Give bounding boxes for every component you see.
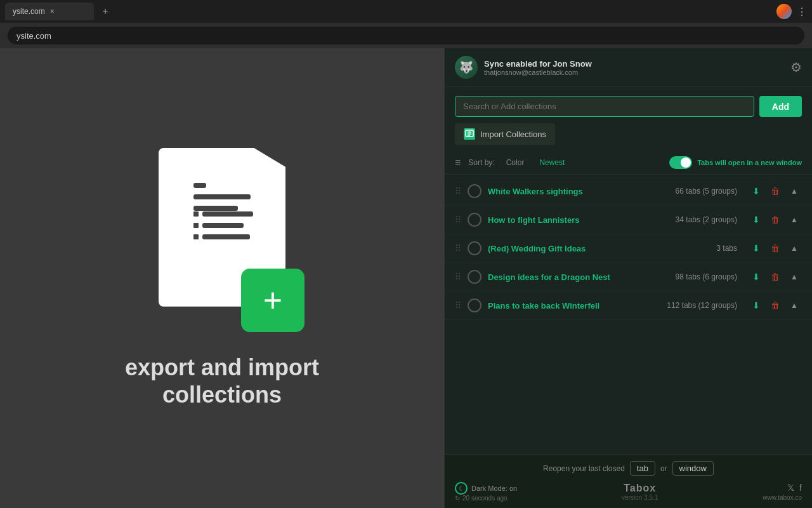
- collection-count: 34 tabs (2 groups): [676, 215, 737, 224]
- new-window-toggle[interactable]: [669, 156, 692, 169]
- delete-button[interactable]: 🗑: [768, 184, 783, 199]
- collection-name: White Walkers sightings: [488, 187, 669, 196]
- sync-time-text: 20 seconds ago: [462, 495, 508, 502]
- active-tab[interactable]: ysite.com ×: [5, 3, 94, 20]
- collection-circle: [468, 184, 481, 198]
- collection-actions: ⬇ 🗑 ▲: [749, 212, 802, 227]
- reopen-label: Reopen your last closed: [543, 464, 625, 473]
- sort-bar: ≡ Sort by: Color Newest Tabs will open i…: [445, 151, 812, 175]
- collection-count: 66 tabs (5 groups): [676, 187, 737, 196]
- search-row: Add: [455, 96, 802, 117]
- collection-item[interactable]: ⠿ (Red) Wedding Gift Ideas 3 tabs ⬇ 🗑 ▲: [445, 234, 812, 263]
- social-url: www.tabox.co: [763, 494, 802, 501]
- reopen-window-button[interactable]: window: [672, 461, 714, 476]
- collection-item[interactable]: ⠿ Design ideas for a Dragon Nest 98 tabs…: [445, 263, 812, 291]
- toggle-label: Tabs will open in a new window: [697, 159, 802, 166]
- left-panel: + export and import collections: [0, 48, 444, 508]
- toggle-highlight: new window: [761, 159, 802, 166]
- dark-mode-row: ☾ Dark Mode: on: [455, 482, 517, 495]
- collection-circle: [468, 241, 481, 255]
- expand-button[interactable]: ▲: [787, 184, 802, 199]
- download-button[interactable]: ⬇: [749, 241, 764, 256]
- doc-list-item: [193, 223, 253, 228]
- tabox-branding: Tabox version 3.5.1: [622, 483, 658, 501]
- social-links: 𝕏 f www.tabox.co: [763, 483, 802, 501]
- collection-actions: ⬇ 🗑 ▲: [749, 298, 802, 313]
- browser-avatar: [776, 4, 792, 19]
- collection-circle: [468, 270, 481, 284]
- doc-list-bullet: [193, 223, 199, 228]
- collection-count: 98 tabs (6 groups): [676, 272, 737, 281]
- sync-title: Sync enabled for Jon Snow: [484, 59, 592, 69]
- doc-list-line: [202, 223, 244, 228]
- doc-list-line: [202, 234, 250, 239]
- doc-line-long-1: [193, 194, 251, 199]
- expand-button[interactable]: ▲: [787, 298, 802, 313]
- search-area: Add Import Collections: [445, 87, 812, 151]
- twitter-icon[interactable]: 𝕏: [787, 483, 794, 493]
- toggle-knob: [681, 157, 691, 168]
- sync-email: thatjonsnow@castleblack.com: [484, 69, 592, 76]
- doc-line-medium-1: [193, 206, 238, 211]
- address-bar-row: ysite.com: [0, 23, 812, 48]
- sort-newest-option[interactable]: Newest: [535, 157, 568, 168]
- collection-item[interactable]: ⠿ White Walkers sightings 66 tabs (5 gro…: [445, 177, 812, 206]
- doc-list-bullet: [193, 234, 199, 239]
- avatar-emoji: 🐺: [459, 60, 473, 74]
- expand-button[interactable]: ▲: [787, 212, 802, 227]
- plus-badge: +: [241, 269, 304, 332]
- collection-actions: ⬇ 🗑 ▲: [749, 241, 802, 256]
- collection-count: 112 tabs (12 groups): [667, 301, 737, 310]
- or-label: or: [660, 464, 667, 473]
- sync-time: ↻ 20 seconds ago: [455, 495, 517, 502]
- expand-button[interactable]: ▲: [787, 241, 802, 256]
- download-button[interactable]: ⬇: [749, 212, 764, 227]
- address-bar[interactable]: ysite.com: [8, 27, 804, 44]
- delete-button[interactable]: 🗑: [768, 212, 783, 227]
- dark-mode-label: Dark Mode: on: [471, 485, 517, 492]
- delete-button[interactable]: 🗑: [768, 241, 783, 256]
- expand-button[interactable]: ▲: [787, 269, 802, 284]
- left-illustration-text: export and import collections: [125, 354, 319, 408]
- extension-header: 🐺 Sync enabled for Jon Snow thatjonsnow@…: [445, 48, 812, 87]
- add-button[interactable]: Add: [759, 96, 802, 117]
- doc-list: [193, 211, 253, 239]
- sort-label: Sort by:: [468, 158, 494, 167]
- delete-button[interactable]: 🗑: [768, 269, 783, 284]
- collection-actions: ⬇ 🗑 ▲: [749, 184, 802, 199]
- search-input[interactable]: [455, 96, 754, 117]
- reopen-tab-button[interactable]: tab: [630, 461, 655, 476]
- browser-controls: ⋮: [776, 4, 807, 19]
- import-label: Import Collections: [480, 130, 546, 139]
- drag-handle: ⠿: [455, 215, 461, 225]
- collection-item[interactable]: ⠿ Plans to take back Winterfell 112 tabs…: [445, 291, 812, 320]
- tabox-name: Tabox: [622, 483, 658, 494]
- delete-button[interactable]: 🗑: [768, 298, 783, 313]
- collection-name: (Red) Wedding Gift Ideas: [488, 244, 710, 253]
- collection-circle: [468, 213, 481, 227]
- footer-info: ☾ Dark Mode: on ↻ 20 seconds ago Tabox v…: [455, 482, 802, 502]
- tab-close-button[interactable]: ×: [50, 7, 55, 16]
- import-icon: [464, 128, 475, 140]
- doc-list-line: [202, 211, 253, 217]
- sync-icon: ↻: [455, 495, 460, 502]
- avatar: 🐺: [455, 56, 478, 79]
- settings-button[interactable]: ⚙: [790, 60, 802, 75]
- browser-menu-button[interactable]: ⋮: [797, 6, 807, 18]
- main-area: + export and import collections 🐺 Sync e…: [0, 48, 812, 508]
- download-button[interactable]: ⬇: [749, 298, 764, 313]
- import-collections-button[interactable]: Import Collections: [455, 123, 555, 145]
- illustration: +: [140, 148, 304, 338]
- new-tab-button[interactable]: +: [96, 3, 114, 20]
- download-button[interactable]: ⬇: [749, 269, 764, 284]
- download-button[interactable]: ⬇: [749, 184, 764, 199]
- sort-color-option[interactable]: Color: [502, 157, 528, 168]
- doc-list-item: [193, 234, 253, 239]
- doc-list-bullet: [193, 211, 199, 217]
- collection-name: Plans to take back Winterfell: [488, 301, 660, 311]
- collection-circle: [468, 298, 481, 312]
- collection-item[interactable]: ⠿ How to fight Lannisters 34 tabs (2 gro…: [445, 206, 812, 234]
- doc-list-item: [193, 211, 253, 217]
- tab-title: ysite.com: [13, 7, 45, 16]
- facebook-icon[interactable]: f: [799, 483, 802, 493]
